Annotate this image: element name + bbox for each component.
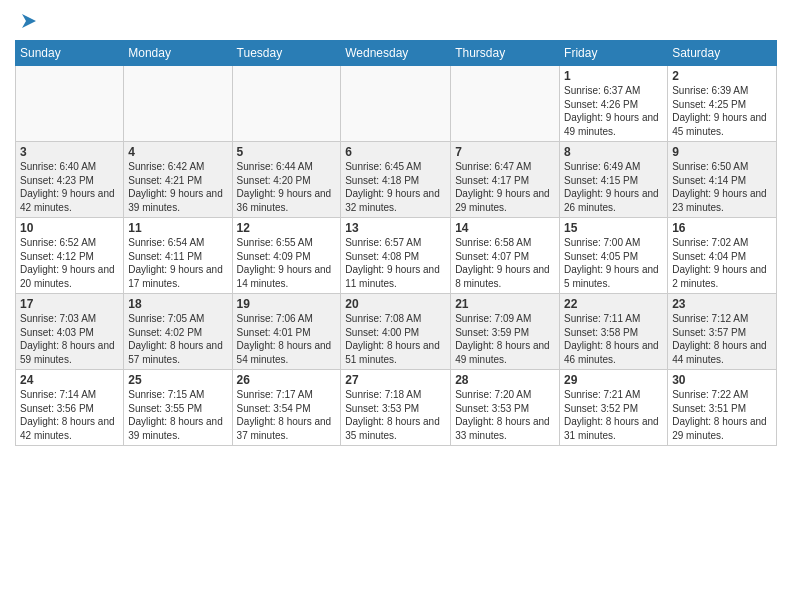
calendar-header-row: Sunday Monday Tuesday Wednesday Thursday… (16, 41, 777, 66)
day-info: Sunrise: 7:22 AMSunset: 3:51 PMDaylight:… (672, 388, 772, 442)
day-info: Sunrise: 7:08 AMSunset: 4:00 PMDaylight:… (345, 312, 446, 366)
calendar-week-row: 3Sunrise: 6:40 AMSunset: 4:23 PMDaylight… (16, 142, 777, 218)
day-info: Sunrise: 7:18 AMSunset: 3:53 PMDaylight:… (345, 388, 446, 442)
calendar-cell: 12Sunrise: 6:55 AMSunset: 4:09 PMDayligh… (232, 218, 341, 294)
day-number: 1 (564, 69, 663, 83)
calendar-cell: 23Sunrise: 7:12 AMSunset: 3:57 PMDayligh… (668, 294, 777, 370)
day-info: Sunrise: 6:52 AMSunset: 4:12 PMDaylight:… (20, 236, 119, 290)
day-info: Sunrise: 6:39 AMSunset: 4:25 PMDaylight:… (672, 84, 772, 138)
calendar-cell: 28Sunrise: 7:20 AMSunset: 3:53 PMDayligh… (451, 370, 560, 446)
day-number: 12 (237, 221, 337, 235)
day-number: 28 (455, 373, 555, 387)
calendar-cell: 26Sunrise: 7:17 AMSunset: 3:54 PMDayligh… (232, 370, 341, 446)
day-number: 20 (345, 297, 446, 311)
day-number: 24 (20, 373, 119, 387)
calendar-cell: 15Sunrise: 7:00 AMSunset: 4:05 PMDayligh… (560, 218, 668, 294)
day-number: 2 (672, 69, 772, 83)
calendar-cell: 14Sunrise: 6:58 AMSunset: 4:07 PMDayligh… (451, 218, 560, 294)
calendar-cell (232, 66, 341, 142)
day-info: Sunrise: 7:06 AMSunset: 4:01 PMDaylight:… (237, 312, 337, 366)
day-number: 21 (455, 297, 555, 311)
day-number: 11 (128, 221, 227, 235)
day-info: Sunrise: 6:44 AMSunset: 4:20 PMDaylight:… (237, 160, 337, 214)
day-info: Sunrise: 7:15 AMSunset: 3:55 PMDaylight:… (128, 388, 227, 442)
day-number: 26 (237, 373, 337, 387)
calendar-cell: 21Sunrise: 7:09 AMSunset: 3:59 PMDayligh… (451, 294, 560, 370)
calendar-cell: 22Sunrise: 7:11 AMSunset: 3:58 PMDayligh… (560, 294, 668, 370)
col-sunday: Sunday (16, 41, 124, 66)
day-number: 7 (455, 145, 555, 159)
day-number: 25 (128, 373, 227, 387)
day-number: 8 (564, 145, 663, 159)
calendar-table: Sunday Monday Tuesday Wednesday Thursday… (15, 40, 777, 446)
calendar-cell (124, 66, 232, 142)
day-number: 13 (345, 221, 446, 235)
day-number: 10 (20, 221, 119, 235)
calendar-cell: 3Sunrise: 6:40 AMSunset: 4:23 PMDaylight… (16, 142, 124, 218)
day-info: Sunrise: 6:55 AMSunset: 4:09 PMDaylight:… (237, 236, 337, 290)
calendar-week-row: 10Sunrise: 6:52 AMSunset: 4:12 PMDayligh… (16, 218, 777, 294)
svg-marker-0 (22, 14, 36, 28)
calendar-cell: 20Sunrise: 7:08 AMSunset: 4:00 PMDayligh… (341, 294, 451, 370)
day-info: Sunrise: 7:17 AMSunset: 3:54 PMDaylight:… (237, 388, 337, 442)
calendar-cell: 27Sunrise: 7:18 AMSunset: 3:53 PMDayligh… (341, 370, 451, 446)
day-info: Sunrise: 6:45 AMSunset: 4:18 PMDaylight:… (345, 160, 446, 214)
day-number: 3 (20, 145, 119, 159)
col-wednesday: Wednesday (341, 41, 451, 66)
logo-icon (18, 10, 40, 32)
calendar-cell: 11Sunrise: 6:54 AMSunset: 4:11 PMDayligh… (124, 218, 232, 294)
calendar-week-row: 17Sunrise: 7:03 AMSunset: 4:03 PMDayligh… (16, 294, 777, 370)
day-info: Sunrise: 7:20 AMSunset: 3:53 PMDaylight:… (455, 388, 555, 442)
day-info: Sunrise: 6:47 AMSunset: 4:17 PMDaylight:… (455, 160, 555, 214)
day-info: Sunrise: 7:11 AMSunset: 3:58 PMDaylight:… (564, 312, 663, 366)
day-info: Sunrise: 7:02 AMSunset: 4:04 PMDaylight:… (672, 236, 772, 290)
header (15, 10, 777, 32)
day-info: Sunrise: 7:21 AMSunset: 3:52 PMDaylight:… (564, 388, 663, 442)
logo (15, 10, 40, 32)
calendar-cell: 16Sunrise: 7:02 AMSunset: 4:04 PMDayligh… (668, 218, 777, 294)
day-info: Sunrise: 7:03 AMSunset: 4:03 PMDaylight:… (20, 312, 119, 366)
day-number: 16 (672, 221, 772, 235)
day-info: Sunrise: 6:58 AMSunset: 4:07 PMDaylight:… (455, 236, 555, 290)
day-info: Sunrise: 7:00 AMSunset: 4:05 PMDaylight:… (564, 236, 663, 290)
day-number: 17 (20, 297, 119, 311)
calendar-cell: 24Sunrise: 7:14 AMSunset: 3:56 PMDayligh… (16, 370, 124, 446)
day-info: Sunrise: 7:14 AMSunset: 3:56 PMDaylight:… (20, 388, 119, 442)
calendar-cell: 13Sunrise: 6:57 AMSunset: 4:08 PMDayligh… (341, 218, 451, 294)
calendar-cell (451, 66, 560, 142)
calendar-cell: 2Sunrise: 6:39 AMSunset: 4:25 PMDaylight… (668, 66, 777, 142)
day-number: 18 (128, 297, 227, 311)
day-number: 9 (672, 145, 772, 159)
day-number: 5 (237, 145, 337, 159)
day-number: 27 (345, 373, 446, 387)
calendar-cell: 29Sunrise: 7:21 AMSunset: 3:52 PMDayligh… (560, 370, 668, 446)
calendar-cell: 25Sunrise: 7:15 AMSunset: 3:55 PMDayligh… (124, 370, 232, 446)
col-tuesday: Tuesday (232, 41, 341, 66)
day-number: 15 (564, 221, 663, 235)
calendar-cell: 4Sunrise: 6:42 AMSunset: 4:21 PMDaylight… (124, 142, 232, 218)
day-number: 22 (564, 297, 663, 311)
day-info: Sunrise: 6:57 AMSunset: 4:08 PMDaylight:… (345, 236, 446, 290)
calendar-cell: 18Sunrise: 7:05 AMSunset: 4:02 PMDayligh… (124, 294, 232, 370)
calendar-cell: 8Sunrise: 6:49 AMSunset: 4:15 PMDaylight… (560, 142, 668, 218)
calendar-cell: 1Sunrise: 6:37 AMSunset: 4:26 PMDaylight… (560, 66, 668, 142)
calendar-cell (341, 66, 451, 142)
day-info: Sunrise: 6:50 AMSunset: 4:14 PMDaylight:… (672, 160, 772, 214)
calendar-cell: 7Sunrise: 6:47 AMSunset: 4:17 PMDaylight… (451, 142, 560, 218)
col-monday: Monday (124, 41, 232, 66)
calendar-cell: 10Sunrise: 6:52 AMSunset: 4:12 PMDayligh… (16, 218, 124, 294)
calendar-cell: 5Sunrise: 6:44 AMSunset: 4:20 PMDaylight… (232, 142, 341, 218)
calendar-cell: 6Sunrise: 6:45 AMSunset: 4:18 PMDaylight… (341, 142, 451, 218)
day-number: 14 (455, 221, 555, 235)
day-info: Sunrise: 6:42 AMSunset: 4:21 PMDaylight:… (128, 160, 227, 214)
day-number: 29 (564, 373, 663, 387)
day-info: Sunrise: 6:49 AMSunset: 4:15 PMDaylight:… (564, 160, 663, 214)
col-saturday: Saturday (668, 41, 777, 66)
page: Sunday Monday Tuesday Wednesday Thursday… (0, 0, 792, 612)
day-number: 4 (128, 145, 227, 159)
day-info: Sunrise: 6:40 AMSunset: 4:23 PMDaylight:… (20, 160, 119, 214)
calendar-cell: 17Sunrise: 7:03 AMSunset: 4:03 PMDayligh… (16, 294, 124, 370)
day-info: Sunrise: 6:37 AMSunset: 4:26 PMDaylight:… (564, 84, 663, 138)
col-friday: Friday (560, 41, 668, 66)
calendar-cell: 9Sunrise: 6:50 AMSunset: 4:14 PMDaylight… (668, 142, 777, 218)
